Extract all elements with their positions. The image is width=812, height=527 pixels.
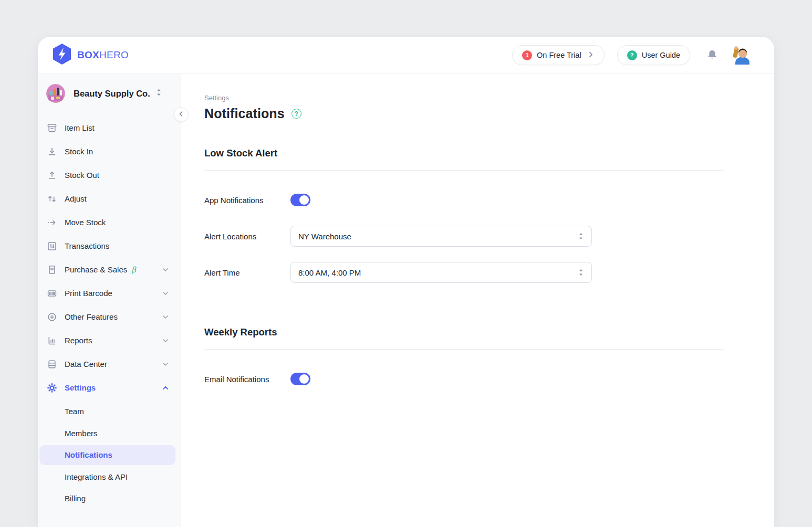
sidebar-subitem-members[interactable]: Members — [39, 423, 175, 443]
dotted-arrow-right-icon — [47, 217, 57, 228]
section-weekly-reports: Weekly Reports Email Notifications — [204, 326, 724, 385]
sidebar-item-item-list[interactable]: Item List — [38, 116, 181, 140]
sidebar-subitem-team[interactable]: Team — [39, 402, 175, 421]
app-window: BOXHERO 1 On Free Trial ? User Guide — [38, 37, 774, 527]
gear-icon — [47, 383, 57, 393]
alert-time-label: Alert Time — [204, 268, 290, 277]
sidebar-subitem-notifications[interactable]: Notifications — [39, 445, 175, 465]
select-sorter-icon — [578, 232, 584, 240]
breadcrumb: Settings — [204, 94, 724, 102]
transactions-box-icon — [47, 241, 57, 251]
section-divider — [204, 170, 724, 171]
arrows-up-down-icon — [47, 194, 57, 204]
help-icon[interactable]: ? — [292, 109, 301, 119]
email-notifications-toggle[interactable] — [290, 373, 310, 385]
boxhero-hexagon-bolt-icon — [53, 44, 71, 67]
notifications-bell-icon[interactable] — [706, 49, 719, 61]
chevron-down-icon — [162, 337, 169, 344]
section-divider — [204, 349, 724, 350]
alert-time-row: Alert Time 8:00 AM, 4:00 PM — [204, 262, 724, 283]
sidebar-item-label: Move Stock — [65, 218, 106, 227]
boxhero-logo[interactable]: BOXHERO — [53, 44, 129, 67]
sidebar-subitem-label: Team — [65, 407, 84, 416]
section-heading: Low Stock Alert — [204, 147, 724, 159]
user-guide-button[interactable]: ? User Guide — [617, 45, 690, 65]
plus-circle-icon — [47, 312, 57, 322]
chevron-up-icon — [162, 384, 169, 392]
sidebar-subitem-label: Integrations & API — [65, 472, 128, 481]
app-body: Beauty Supply Co. Item List — [38, 74, 774, 527]
app-notifications-row: App Notifications — [204, 194, 724, 206]
user-guide-label: User Guide — [642, 51, 680, 59]
sidebar-subitem-label: Members — [65, 429, 98, 438]
sidebar-item-label: Adjust — [65, 194, 87, 203]
workspace-avatar — [46, 84, 65, 103]
user-avatar[interactable] — [732, 46, 751, 65]
workspace-name: Beauty Supply Co. — [74, 89, 150, 99]
page-title: Notifications — [204, 106, 285, 121]
workspace-sorter-icon — [155, 88, 162, 99]
free-trial-button[interactable]: 1 On Free Trial — [512, 45, 605, 65]
sidebar-item-purchase-sales[interactable]: Purchase & Sales β — [38, 258, 181, 281]
alert-locations-label: Alert Locations — [204, 232, 290, 241]
alert-time-select[interactable]: 8:00 AM, 4:00 PM — [290, 262, 592, 283]
chevron-down-icon — [162, 313, 169, 321]
sidebar-collapse-button[interactable] — [174, 107, 189, 122]
main-content: Settings Notifications ? Low Stock Alert… — [181, 74, 774, 527]
sidebar-item-label: Purchase & Sales — [65, 265, 127, 274]
workspace-switcher[interactable]: Beauty Supply Co. — [38, 84, 181, 103]
select-sorter-icon — [578, 268, 584, 277]
sidebar-item-data-center[interactable]: Data Center — [38, 352, 181, 376]
question-badge-icon: ? — [627, 50, 637, 60]
sidebar-item-reports[interactable]: Reports — [38, 329, 181, 352]
chevron-down-icon — [162, 290, 169, 297]
alert-time-value: 8:00 AM, 4:00 PM — [298, 268, 361, 277]
sidebar-item-settings[interactable]: Settings — [38, 376, 181, 399]
sidebar-item-transactions[interactable]: Transactions — [38, 234, 181, 258]
sidebar-item-label: Settings — [65, 383, 96, 392]
archive-box-icon — [47, 123, 57, 133]
chevron-left-icon — [178, 111, 184, 119]
arrow-down-tray-icon — [47, 146, 57, 157]
chevron-down-icon — [162, 361, 169, 368]
page-background: BOXHERO 1 On Free Trial ? User Guide — [0, 0, 812, 527]
section-heading: Weekly Reports — [204, 326, 724, 338]
sidebar-item-print-barcode[interactable]: Print Barcode — [38, 281, 181, 305]
app-header: BOXHERO 1 On Free Trial ? User Guide — [38, 37, 774, 74]
sidebar-item-stock-in[interactable]: Stock In — [38, 140, 181, 163]
chevron-right-icon — [587, 51, 595, 60]
sidebar-subitem-integrations-api[interactable]: Integrations & API — [39, 467, 175, 487]
sidebar-item-other-features[interactable]: Other Features — [38, 305, 181, 329]
sidebar-item-adjust[interactable]: Adjust — [38, 187, 181, 210]
header-actions: 1 On Free Trial ? User Guide — [512, 45, 751, 65]
chevron-down-icon — [162, 266, 169, 273]
document-icon — [47, 265, 57, 275]
sidebar-item-label: Transactions — [65, 241, 109, 250]
toggle-knob — [299, 195, 309, 205]
database-icon — [47, 359, 57, 370]
sidebar: Beauty Supply Co. Item List — [38, 74, 181, 527]
beta-badge: β — [131, 265, 136, 275]
sidebar-item-label: Stock Out — [65, 171, 99, 180]
sidebar-nav: Item List Stock In — [38, 116, 181, 509]
sidebar-item-label: Item List — [65, 123, 95, 132]
arrow-up-tray-icon — [47, 170, 57, 181]
sidebar-subitem-label: Notifications — [65, 450, 112, 459]
sidebar-item-label: Print Barcode — [65, 289, 112, 298]
sidebar-item-stock-out[interactable]: Stock Out — [38, 163, 181, 187]
sidebar-item-label: Other Features — [65, 312, 118, 321]
sidebar-subitem-billing[interactable]: Billing — [39, 489, 175, 509]
sidebar-item-label: Stock In — [65, 147, 93, 156]
sidebar-item-label: Reports — [65, 336, 92, 345]
bar-chart-icon — [47, 335, 57, 346]
alert-locations-select[interactable]: NY Warehouse — [290, 226, 592, 247]
app-notifications-label: App Notifications — [204, 196, 290, 205]
sidebar-item-label: Data Center — [65, 360, 107, 368]
sidebar-item-move-stock[interactable]: Move Stock — [38, 210, 181, 234]
trial-count-badge: 1 — [522, 50, 532, 60]
barcode-icon — [47, 288, 57, 299]
app-notifications-toggle[interactable] — [290, 194, 310, 206]
sidebar-subitem-label: Billing — [65, 494, 86, 503]
boxhero-wordmark: BOXHERO — [77, 49, 129, 61]
email-notifications-row: Email Notifications — [204, 373, 724, 385]
